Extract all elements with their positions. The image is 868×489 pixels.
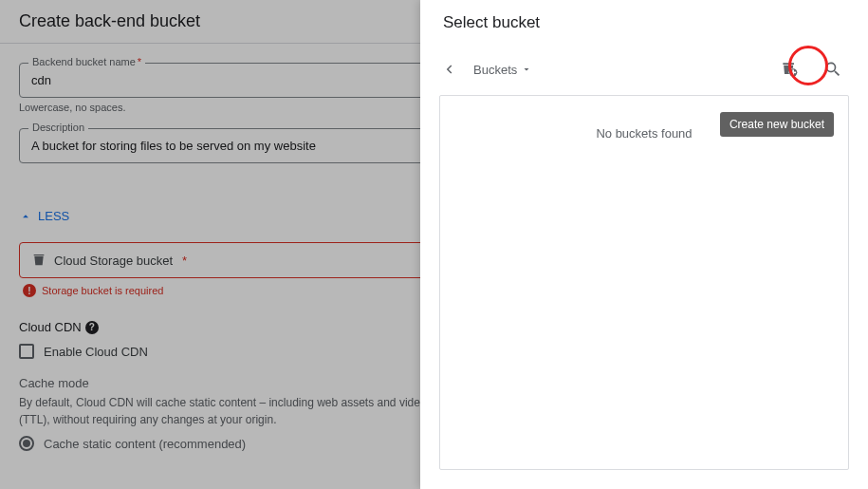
search-icon [823, 60, 842, 79]
bucket-list: No buckets found [439, 95, 849, 470]
search-buckets-button[interactable] [817, 53, 849, 85]
help-icon[interactable]: ? [85, 321, 99, 334]
create-new-bucket-tooltip: Create new bucket [720, 112, 834, 137]
required-asterisk: * [182, 254, 187, 268]
chevron-left-icon [440, 61, 457, 78]
bucket-browser-toolbar: Buckets [420, 46, 868, 95]
new-bucket-icon [780, 60, 799, 79]
bucket-name-label: Backend bucket name* [28, 56, 145, 67]
cache-static-radio[interactable] [19, 436, 34, 451]
bucket-icon [31, 253, 46, 268]
required-asterisk: * [138, 56, 141, 67]
error-icon: ! [23, 284, 36, 297]
chevron-up-icon [19, 210, 32, 223]
select-bucket-panel: Select bucket Buckets Create new bucket … [420, 0, 868, 489]
enable-cloud-cdn-checkbox[interactable] [19, 344, 34, 359]
empty-state-text: No buckets found [596, 126, 692, 141]
caret-down-icon [521, 64, 532, 75]
description-label: Description [28, 122, 88, 133]
back-button[interactable] [439, 61, 458, 78]
create-new-bucket-button[interactable] [773, 53, 805, 85]
select-bucket-title: Select bucket [420, 0, 868, 46]
buckets-breadcrumb[interactable]: Buckets [473, 63, 532, 77]
svg-rect-3 [790, 72, 796, 74]
